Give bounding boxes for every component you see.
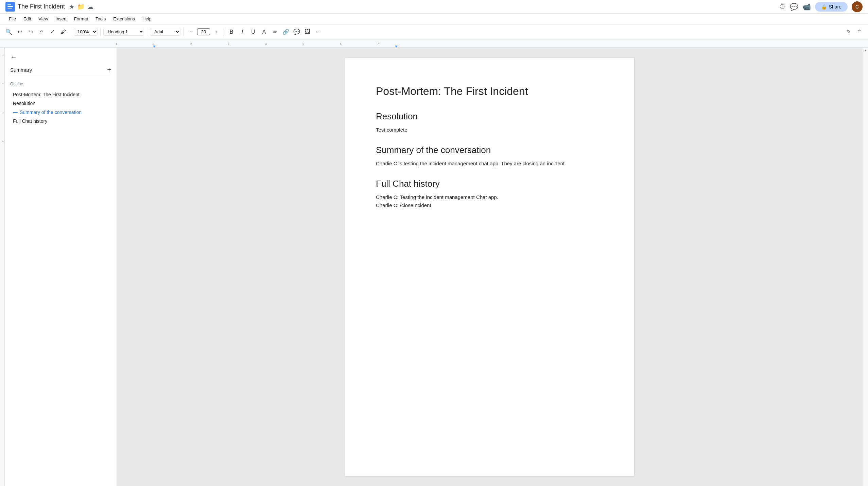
link-button[interactable]: 🔗 xyxy=(281,27,291,37)
document-page: Post-Mortem: The First Incident Resoluti… xyxy=(345,58,634,476)
sidebar-summary-row: Summary + xyxy=(10,66,111,73)
outline-item-1[interactable]: Resolution xyxy=(10,99,111,107)
svg-marker-13 xyxy=(153,46,156,48)
meet-icon[interactable]: 📹 xyxy=(802,3,811,11)
toolbar: 🔍 ↩ ↪ 🖨 ✓ 🖌 100% Heading 1 Arial − + B I… xyxy=(0,24,868,39)
share-button[interactable]: 🔒 Share xyxy=(815,2,848,12)
image-button[interactable]: 🖼 xyxy=(303,27,312,37)
menu-format[interactable]: Format xyxy=(71,15,91,23)
toolbar-divider-5 xyxy=(224,28,224,36)
svg-rect-2 xyxy=(7,6,13,7)
svg-text:5: 5 xyxy=(302,42,304,46)
title-bar: The First Incident ★ 📁 ☁ ⏱ 💬 📹 🔒 Share C xyxy=(0,0,868,14)
redo-button[interactable]: ↪ xyxy=(26,27,35,37)
menu-edit[interactable]: Edit xyxy=(20,15,34,23)
print-button[interactable]: 🖨 xyxy=(37,27,46,37)
menu-bar: File Edit View Insert Format Tools Exten… xyxy=(0,14,868,24)
active-dash-icon: — xyxy=(13,110,18,115)
body-chat-history[interactable]: Charlie C: Testing the incident manageme… xyxy=(376,193,604,210)
underline-button[interactable]: U xyxy=(248,27,258,37)
history-icon[interactable]: ⏱ xyxy=(779,3,786,11)
avatar[interactable]: C xyxy=(852,1,863,12)
app-icon xyxy=(5,2,15,12)
text-color-button[interactable]: A xyxy=(259,27,269,37)
outline-item-0[interactable]: Post-Mortem: The First Incident xyxy=(10,90,111,99)
title-bar-right: ⏱ 💬 📹 🔒 Share C xyxy=(779,1,863,12)
menu-view[interactable]: View xyxy=(35,15,51,23)
heading-chat-history[interactable]: Full Chat history xyxy=(376,179,604,189)
svg-text:3: 3 xyxy=(228,42,229,46)
heading-resolution[interactable]: Resolution xyxy=(376,111,604,122)
outline-item-2[interactable]: — Summary of the conversation xyxy=(10,108,111,116)
sidebar-outline-label: Outline xyxy=(10,82,111,86)
main-area: 1 2 3 4 ← Summary + Outline Post-Mortem:… xyxy=(0,48,868,486)
more-options-button[interactable]: ⋯ xyxy=(314,27,323,37)
chat-line-0: Charlie C: Testing the incident manageme… xyxy=(376,193,604,201)
svg-marker-14 xyxy=(395,46,398,48)
sidebar-back-button[interactable]: ← xyxy=(10,53,111,61)
comment-button[interactable]: 💬 xyxy=(292,27,301,37)
svg-text:7: 7 xyxy=(377,42,379,46)
highlight-button[interactable]: ✏ xyxy=(270,27,280,37)
scroll-up-arrow[interactable]: ▲ xyxy=(863,48,868,53)
paintformat-button[interactable]: 🖌 xyxy=(58,27,68,37)
italic-button[interactable]: I xyxy=(238,27,247,37)
style-selector[interactable]: Heading 1 xyxy=(103,28,144,36)
comments-icon[interactable]: 💬 xyxy=(790,3,798,11)
document-main-title[interactable]: Post-Mortem: The First Incident xyxy=(376,85,604,98)
search-button[interactable]: 🔍 xyxy=(4,27,14,37)
body-resolution[interactable]: Test complete xyxy=(376,126,604,134)
heading-summary[interactable]: Summary of the conversation xyxy=(376,145,604,155)
outline-item-3[interactable]: Full Chat history xyxy=(10,117,111,125)
lock-icon: 🔒 xyxy=(821,4,827,10)
bold-button[interactable]: B xyxy=(227,27,236,37)
menu-help[interactable]: Help xyxy=(139,15,155,23)
toolbar-divider-3 xyxy=(147,28,147,36)
svg-text:4: 4 xyxy=(265,42,267,46)
edit-mode-button[interactable]: ✎ xyxy=(844,27,853,37)
toolbar-right: ✎ ⌃ xyxy=(844,27,864,37)
toolbar-divider-1 xyxy=(71,28,71,36)
menu-extensions[interactable]: Extensions xyxy=(110,15,138,23)
cloud-icon[interactable]: ☁ xyxy=(87,3,93,11)
menu-file[interactable]: File xyxy=(5,15,19,23)
menu-insert[interactable]: Insert xyxy=(52,15,70,23)
svg-rect-3 xyxy=(7,8,12,9)
collapse-button[interactable]: ⌃ xyxy=(854,27,864,37)
sidebar: ← Summary + Outline Post-Mortem: The Fir… xyxy=(5,48,117,486)
svg-text:1: 1 xyxy=(153,42,155,46)
ruler: 1 1 2 3 4 5 6 7 xyxy=(0,39,868,48)
right-panel: ▲ xyxy=(863,48,868,486)
sidebar-summary-label: Summary xyxy=(10,67,32,73)
document-title: The First Incident xyxy=(18,3,65,10)
spellcheck-button[interactable]: ✓ xyxy=(48,27,57,37)
font-selector[interactable]: Arial xyxy=(150,28,180,36)
toolbar-divider-4 xyxy=(183,28,184,36)
left-gutter: 1 2 3 4 xyxy=(0,48,5,486)
increase-font-button[interactable]: + xyxy=(211,27,221,37)
title-icon-group: ★ 📁 ☁ xyxy=(69,3,93,11)
decrease-font-button[interactable]: − xyxy=(186,27,196,37)
body-summary[interactable]: Charlie C is testing the incident manage… xyxy=(376,160,604,168)
svg-text:1: 1 xyxy=(116,42,117,46)
sidebar-add-button[interactable]: + xyxy=(107,66,111,73)
svg-text:2: 2 xyxy=(190,42,192,46)
folder-icon[interactable]: 📁 xyxy=(77,3,85,11)
star-icon[interactable]: ★ xyxy=(69,3,74,11)
font-size-input[interactable] xyxy=(197,28,210,35)
back-arrow-icon: ← xyxy=(10,53,17,61)
menu-tools[interactable]: Tools xyxy=(92,15,109,23)
chat-line-1: Charlie C: /closeIncident xyxy=(376,201,604,210)
zoom-selector[interactable]: 100% xyxy=(74,28,98,36)
svg-text:6: 6 xyxy=(340,42,342,46)
svg-rect-1 xyxy=(7,4,11,5)
sidebar-divider xyxy=(10,76,111,76)
document-area[interactable]: Post-Mortem: The First Incident Resoluti… xyxy=(117,48,863,486)
toolbar-divider-2 xyxy=(100,28,101,36)
undo-button[interactable]: ↩ xyxy=(15,27,24,37)
